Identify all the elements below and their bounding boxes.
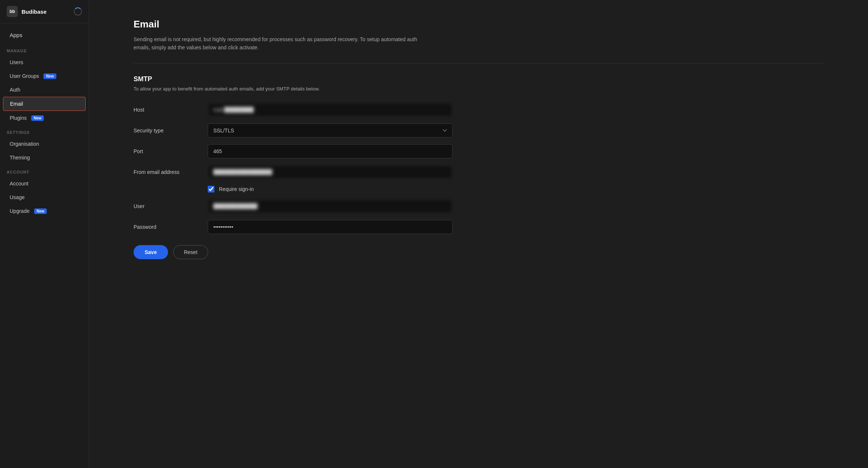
main-content: Email Sending email is not required, but… [89,0,868,468]
sidebar-item-auth[interactable]: Auth [3,83,86,96]
sidebar-item-users[interactable]: Users [3,56,86,69]
section-label-settings: SETTINGS [0,125,89,137]
smtp-section-title: SMTP [134,75,823,83]
user-row: User [134,199,453,213]
divider [134,63,823,63]
reset-button[interactable]: Reset [173,245,208,259]
host-row: Host [134,103,453,117]
password-label: Password [134,224,208,230]
sidebar-item-email[interactable]: Email [3,97,86,111]
smtp-section-desc: To allow your app to benefit from automa… [134,86,823,92]
loading-spinner [74,7,82,16]
section-label-account: ACCOUNT [0,165,89,177]
sidebar-header: bb Budibase [0,0,89,23]
security-type-row: Security type SSL/TLS STARTTLS None [134,123,453,138]
security-type-label: Security type [134,128,208,134]
host-input[interactable] [208,103,453,117]
logo-icon: bb [7,6,18,17]
require-signin-row: Require sign-in [134,186,453,192]
sidebar-item-plugins[interactable]: Plugins New [3,111,86,125]
from-email-label: From email address [134,169,208,175]
sidebar-item-apps[interactable]: Apps [3,28,86,42]
page-title: Email [134,19,823,30]
require-signin-checkbox[interactable] [208,186,214,192]
sidebar-item-upgrade[interactable]: Upgrade New [3,204,86,218]
section-label-manage: MANAGE [0,43,89,55]
from-email-input[interactable] [208,165,453,179]
from-email-row: From email address [134,165,453,179]
require-signin-label[interactable]: Require sign-in [219,186,254,192]
sidebar-item-account[interactable]: Account [3,177,86,190]
port-label: Port [134,148,208,154]
user-input[interactable] [208,199,453,213]
save-button[interactable]: Save [134,245,168,259]
user-groups-badge: New [43,73,56,79]
sidebar-item-user-groups[interactable]: User Groups New [3,69,86,83]
sidebar-nav: Apps MANAGE Users User Groups New Auth E… [0,23,89,468]
sidebar-logo: bb Budibase [7,6,47,17]
app-name: Budibase [22,9,47,15]
port-input[interactable] [208,144,453,158]
sidebar: bb Budibase Apps MANAGE Users User Group… [0,0,89,468]
port-row: Port [134,144,453,158]
sidebar-item-theming[interactable]: Theming [3,151,86,164]
sidebar-item-organisation[interactable]: Organisation [3,137,86,151]
security-type-select[interactable]: SSL/TLS STARTTLS None [208,123,453,138]
page-description: Sending email is not required, but highl… [134,35,430,52]
button-row: Save Reset [134,245,453,259]
password-input[interactable] [208,220,453,234]
host-label: Host [134,107,208,113]
user-label: User [134,203,208,209]
plugins-badge: New [31,115,44,121]
upgrade-badge: New [34,208,47,214]
password-row: Password [134,220,453,234]
sidebar-item-usage[interactable]: Usage [3,191,86,204]
